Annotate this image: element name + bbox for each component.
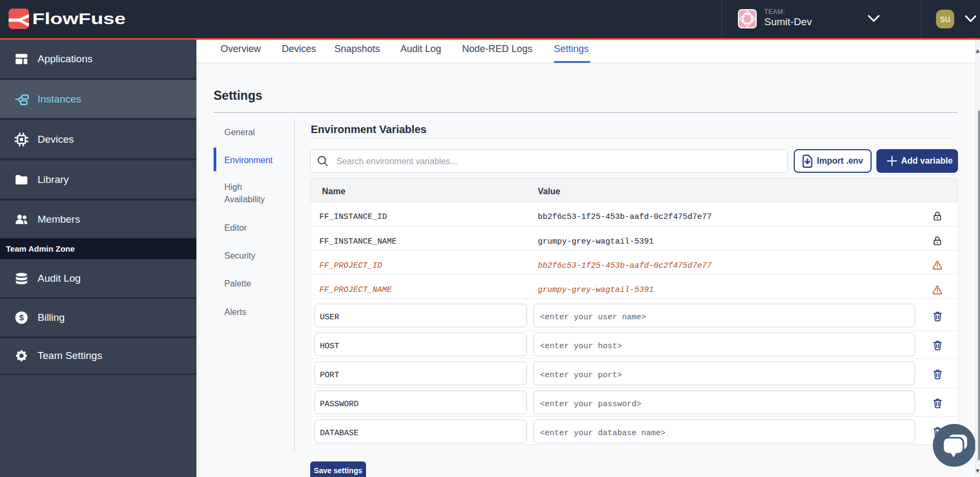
svg-text:$: $ [19, 313, 24, 322]
